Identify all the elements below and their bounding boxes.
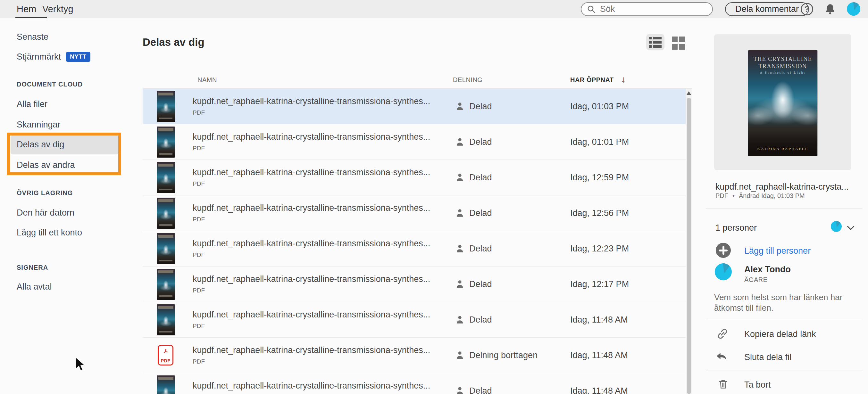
avatar-wedge [831,221,842,232]
table-row[interactable]: kupdf.net_raphaell-katrina-crystalline-t… [143,302,686,338]
search-box[interactable] [581,2,713,16]
sidebar-section-other-storage: ÖVRIG LAGRING [17,189,73,197]
pdf-label: PDF [161,358,170,363]
list-view-icon [649,37,661,48]
sidebar-section-sign: SIGNERA [17,264,48,271]
detail-modified: Ändrad Idag, 01:03 PM [739,192,805,200]
person-icon [456,315,465,325]
stop-sharing-button[interactable]: Sluta dela fil [744,352,792,362]
file-preview-card: THE CRYSTALLINETRANSMISSION A Synthesis … [714,34,851,170]
file-type: PDF [193,145,430,152]
help-icon[interactable]: ? [801,3,813,15]
owner-avatar [715,263,732,280]
sharing-status: Delad [469,173,492,183]
column-header-sharing[interactable]: DELNING [453,76,483,84]
person-icon [456,386,465,394]
tab-tools[interactable]: Verktyg [42,0,73,18]
sidebar-item-add-account[interactable]: Lägg till ett konto [17,228,82,238]
people-avatar[interactable] [831,221,842,232]
topbar: Hem Verktyg Dela kommentar ? [0,0,868,18]
table-row[interactable]: kupdf.net_raphaell-katrina-crystalline-t… [143,266,686,302]
scrollbar-up-arrow-icon[interactable] [687,91,691,95]
link-icon [716,327,729,340]
sharing-status: Delad [469,315,492,325]
table-row[interactable]: kupdf.net_raphaell-katrina-crystalline-t… [143,89,686,124]
file-name: kupdf.net_raphaell-katrina-crystalline-t… [193,381,430,391]
owner-name: Alex Tondo [744,265,791,274]
search-input[interactable] [600,4,706,14]
grid-view-button[interactable] [671,36,685,50]
table-row[interactable]: kupdf.net_raphaell-katrina-crystalline-t… [143,231,686,266]
cover-subtitle: A Synthesis of Light [748,71,817,74]
list-view-button[interactable] [646,34,664,50]
add-people-link[interactable]: Lägg till personer [744,246,811,256]
sidebar-item-all-files[interactable]: Alla filer [17,99,48,109]
avatar-wedge [847,2,860,16]
add-people-icon[interactable] [716,243,731,258]
file-name: kupdf.net_raphaell-katrina-crystalline-t… [193,96,430,106]
app-window: Hem Verktyg Dela kommentar ? Senaste Stj… [0,0,868,394]
file-list: kupdf.net_raphaell-katrina-crystalline-t… [143,89,686,394]
search-icon [587,4,596,14]
detail-file-meta: PDF • Ändrad Idag, 01:03 PM [715,192,805,200]
new-badge: NYTT [66,52,90,62]
cover-author: KATRINA RAPHAELL [748,146,817,152]
user-avatar[interactable] [847,2,860,16]
person-icon [456,208,465,218]
annotation-highlight-box [7,133,121,175]
copy-shared-link-button[interactable]: Kopiera delad länk [744,329,816,339]
file-type: PDF [193,109,430,116]
file-name: kupdf.net_raphaell-katrina-crystalline-t… [193,345,430,355]
opened-time: Idag, 11:48 AM [570,386,628,394]
opened-time: Idag, 11:48 AM [570,351,628,360]
sidebar-item-recent[interactable]: Senaste [17,32,49,42]
share-comment-button[interactable]: Dela kommentar [725,2,809,16]
detail-file-name: kupdf.net_raphaell-katrina-crysta... [715,182,857,192]
tab-home[interactable]: Hem [17,0,36,18]
notifications-bell-icon[interactable] [824,3,837,16]
help-glyph: ? [805,4,809,14]
table-row[interactable]: kupdf.net_raphaell-katrina-crystalline-t… [143,124,686,160]
scrollbar-thumb[interactable] [687,98,691,394]
sidebar-item-this-computer[interactable]: Den här datorn [17,208,74,218]
opened-time: Idag, 12:56 PM [570,208,629,218]
file-thumbnail [157,269,175,300]
person-icon [456,102,465,111]
list-scrollbar[interactable] [686,89,692,394]
file-type: PDF [193,323,430,330]
file-name: kupdf.net_raphaell-katrina-crystalline-t… [193,310,430,320]
sidebar-item-scans[interactable]: Skanningar [17,120,61,130]
owner-role: ÄGARE [744,276,768,284]
file-type: PDF [193,287,430,294]
sidebar-item-starred[interactable]: StjärnmärktNYTT [17,52,90,63]
divider [706,371,862,371]
column-header-name[interactable]: NAMN [197,76,217,84]
person-icon [456,244,465,254]
file-thumbnail [157,162,175,193]
column-header-opened[interactable]: HAR ÖPPNAT [570,76,614,84]
table-row[interactable]: kupdf.net_raphaell-katrina-crystalline-t… [143,373,686,394]
book-cover-thumbnail: THE CRYSTALLINETRANSMISSION A Synthesis … [748,50,817,156]
opened-time: Idag, 12:17 PM [570,279,629,289]
sort-descending-icon[interactable]: ↓ [621,74,626,85]
file-thumbnail [157,198,175,229]
chevron-down-icon[interactable] [847,223,855,230]
table-row[interactable]: kupdf.net_raphaell-katrina-crystalline-t… [143,160,686,195]
starred-label: Stjärnmärkt [17,52,61,62]
file-thumbnail [157,304,175,335]
table-row[interactable]: PDF kupdf.net_raphaell-katrina-crystalli… [143,338,686,373]
file-thumbnail [157,233,175,264]
sharing-status: Delad [469,279,492,289]
person-icon [456,351,465,360]
delete-button[interactable]: Ta bort [744,380,771,390]
person-icon [456,279,465,289]
opened-time: Idag, 01:03 PM [570,102,629,111]
mouse-cursor [75,357,86,372]
sidebar-item-all-agreements[interactable]: Alla avtal [17,282,52,292]
table-row[interactable]: kupdf.net_raphaell-katrina-crystalline-t… [143,195,686,231]
cover-title: THE CRYSTALLINETRANSMISSION [748,56,817,70]
sharing-status: Delad [469,137,492,147]
detail-file-type: PDF [715,192,728,200]
page-title: Delas av dig [143,36,205,48]
access-note: Vem som helst som har länken har åtkomst… [714,292,849,313]
